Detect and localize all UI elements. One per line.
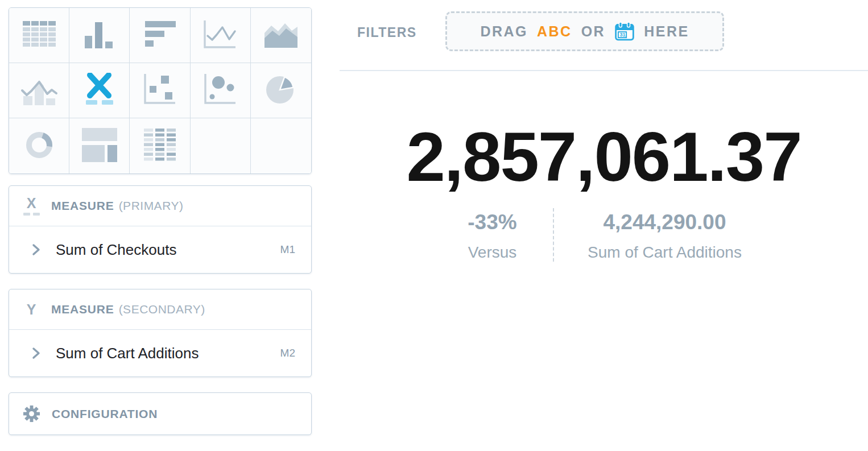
chart-type-empty-slot (251, 118, 311, 173)
kpi-versus-label: Versus (432, 243, 553, 262)
chevron-right-icon[interactable] (32, 243, 41, 256)
measure-primary-field[interactable]: Sum of Checkouts (56, 241, 280, 259)
chart-type-bubble-chart[interactable] (191, 63, 251, 118)
chart-type-pie-chart[interactable] (251, 63, 311, 118)
dashboard-layout-icon (82, 128, 117, 164)
filters-bar: FILTERS DRAG ABC OR 31 HERE (340, 0, 868, 70)
measure-primary-badge: M1 (280, 243, 295, 256)
x-axis-measure-icon: X (23, 196, 40, 216)
filter-drop-zone[interactable]: DRAG ABC OR 31 HERE (445, 11, 724, 51)
y-axis-measure-icon: Y (23, 303, 40, 317)
horizontal-bar-chart-icon (144, 21, 176, 49)
kpi-comparison-block: 4,244,290.00 Sum of Cart Additions (554, 208, 776, 262)
measure-secondary-field[interactable]: Sum of Cart Additions (56, 345, 280, 362)
filters-label: FILTERS (357, 25, 417, 40)
chart-type-donut-chart[interactable] (9, 118, 69, 173)
chart-type-horizontal-bar-chart[interactable] (130, 8, 190, 63)
kpi-single-value-icon (83, 73, 116, 108)
measure-primary-qualifier: (PRIMARY) (119, 199, 184, 213)
y-axis-letter: Y (23, 303, 40, 317)
measure-secondary-panel: Y MEASURE (SECONDARY) Sum of Cart Additi… (9, 289, 312, 377)
configuration-panel[interactable]: CONFIGURATION (9, 392, 312, 435)
chart-type-empty-slot (191, 118, 251, 173)
donut-chart-icon (24, 130, 55, 163)
chart-type-bar-chart[interactable] (69, 8, 130, 63)
drop-zone-word-or: OR (581, 23, 606, 40)
kpi-comparison-value: 4,244,290.00 (554, 210, 776, 234)
measure-primary-panel: X MEASURE (PRIMARY) Sum of Checkouts M1 (9, 185, 312, 274)
area-chart-icon (264, 20, 297, 50)
measure-secondary-qualifier: (SECONDARY) (119, 303, 205, 316)
drop-zone-word-drag: DRAG (480, 23, 528, 40)
measure-primary-field-row[interactable]: Sum of Checkouts M1 (9, 226, 311, 273)
kpi-comparison-label: Sum of Cart Additions (554, 243, 776, 262)
chart-type-kpi[interactable] (69, 63, 130, 118)
kpi-delta-percent: -33% (432, 210, 553, 234)
abc-attribute-icon: ABC (537, 23, 572, 40)
measure-secondary-title: MEASURE (51, 303, 114, 316)
bubble-chart-icon (204, 74, 237, 107)
chart-type-line-chart[interactable] (191, 8, 251, 63)
chart-type-picker (9, 7, 312, 174)
x-axis-dashes (23, 213, 40, 216)
bar-chart-icon (84, 20, 115, 51)
line-chart-icon (203, 19, 237, 51)
x-axis-letter: X (23, 196, 40, 210)
calendar-day: 31 (620, 32, 626, 38)
gear-icon (23, 405, 40, 423)
builder-sidebar: X MEASURE (PRIMARY) Sum of Checkouts M1 … (9, 7, 312, 435)
chart-type-scatter-plot[interactable] (130, 63, 190, 118)
measure-primary-title: MEASURE (51, 199, 114, 213)
pivot-table-icon (144, 129, 176, 164)
chart-type-table[interactable] (9, 8, 69, 63)
kpi-delta-block: -33% Versus (432, 208, 553, 262)
measure-secondary-badge: M2 (280, 347, 295, 359)
measure-secondary-header: Y MEASURE (SECONDARY) (9, 289, 311, 330)
chart-type-area-chart[interactable] (251, 8, 311, 63)
calendar-icon: 31 (614, 22, 635, 41)
chart-type-dashboard-layout[interactable] (69, 118, 130, 173)
measure-primary-header: X MEASURE (PRIMARY) (9, 186, 311, 226)
configuration-label: CONFIGURATION (52, 407, 158, 421)
chevron-right-icon[interactable] (32, 347, 41, 359)
chart-type-pivot-table[interactable] (130, 118, 190, 173)
canvas-divider (340, 70, 868, 71)
drop-zone-word-here: HERE (644, 23, 689, 40)
pie-chart-icon (266, 74, 296, 107)
visualization-canvas: FILTERS DRAG ABC OR 31 HERE 2,857,061.37… (340, 0, 868, 262)
scatter-plot-icon (143, 74, 176, 107)
kpi-comparison: -33% Versus 4,244,290.00 Sum of Cart Add… (340, 208, 868, 262)
combo-chart-icon (20, 73, 58, 107)
chart-type-combo-chart[interactable] (9, 63, 69, 118)
table-icon (23, 21, 56, 49)
measure-secondary-field-row[interactable]: Sum of Cart Additions M2 (9, 330, 311, 376)
kpi-primary-value: 2,857,061.37 (340, 120, 868, 193)
configuration-header[interactable]: CONFIGURATION (9, 393, 311, 435)
